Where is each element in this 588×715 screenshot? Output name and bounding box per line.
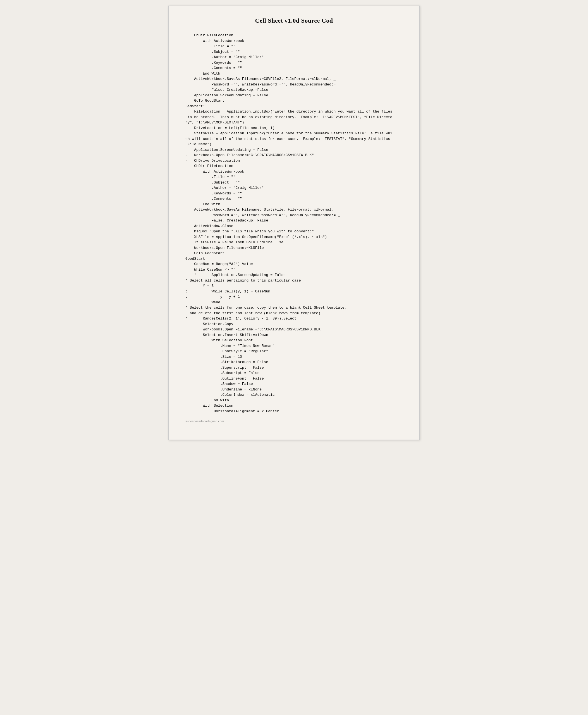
page-container: Cell Sheet v1.0d Source Cod ChDir FileLo…	[168, 5, 420, 440]
page-title: Cell Sheet v1.0d Source Cod	[185, 17, 403, 24]
watermark: surlespassdedartagnan.com	[185, 420, 403, 423]
code-content: ChDir FileLocation With ActiveWorkbook .…	[185, 33, 403, 414]
